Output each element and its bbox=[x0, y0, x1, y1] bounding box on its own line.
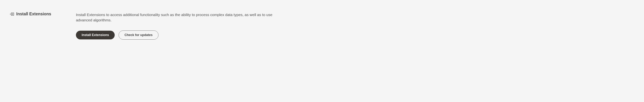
install-extension-icon bbox=[10, 12, 14, 16]
button-row: Install Extensions Check for updates bbox=[76, 30, 272, 40]
install-extensions-button[interactable]: Install Extensions bbox=[76, 31, 115, 39]
section-description: Install Extensions to access additional … bbox=[76, 12, 272, 23]
check-updates-button[interactable]: Check for updates bbox=[118, 30, 158, 40]
section-content: Install Extensions to access additional … bbox=[76, 11, 272, 40]
section-header: Install Extensions bbox=[10, 11, 76, 16]
section-title: Install Extensions bbox=[16, 11, 51, 16]
